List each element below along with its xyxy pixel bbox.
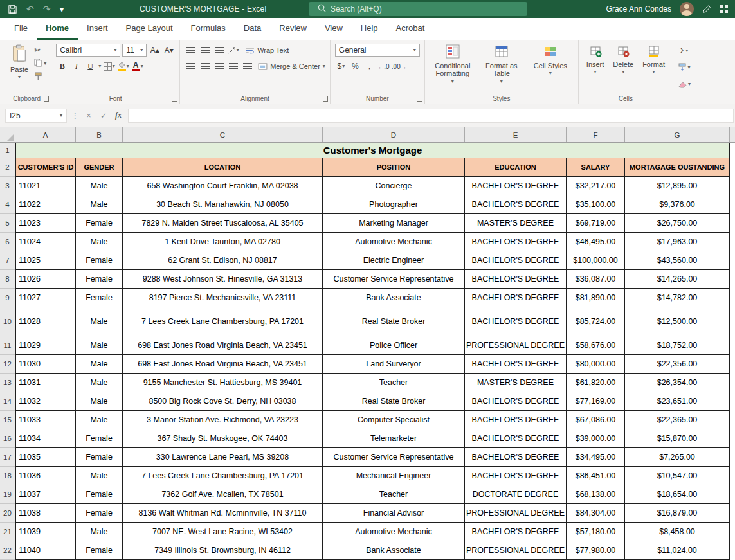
cell-D18[interactable]: Mechanical Engineer <box>323 467 465 485</box>
cell-A18[interactable]: 11036 <box>15 467 76 485</box>
underline-button[interactable]: U <box>84 60 96 73</box>
name-box[interactable]: I25 ▾ <box>5 109 67 123</box>
cell-A22[interactable]: 11040 <box>15 541 76 560</box>
alignment-dialog-launcher[interactable] <box>323 96 328 102</box>
cell-G2[interactable]: MORTAGAGE OUSTANDING <box>625 158 730 177</box>
increase-decimal-button[interactable]: ←.0 <box>377 60 390 73</box>
cell-E5[interactable]: MASTER'S DEGREE <box>465 214 567 233</box>
decrease-font-size-button[interactable]: A▾ <box>163 44 175 57</box>
tab-formulas[interactable]: Formulas <box>182 18 235 40</box>
cell-B13[interactable]: Male <box>76 374 123 392</box>
undo-icon[interactable]: ↶ <box>26 5 34 14</box>
cell-G19[interactable]: $18,654.00 <box>625 485 730 504</box>
increase-indent-button[interactable] <box>241 60 253 73</box>
cell-A15[interactable]: 11033 <box>15 411 76 429</box>
align-bottom-button[interactable] <box>213 44 225 57</box>
cell-F12[interactable]: $80,000.00 <box>567 355 625 374</box>
cell-F13[interactable]: $61,820.00 <box>567 374 625 392</box>
cell-F6[interactable]: $46,495.00 <box>567 233 625 251</box>
row-header-13[interactable]: 13 <box>0 374 15 392</box>
cell-C2[interactable]: LOCATION <box>123 158 323 177</box>
row-header-7[interactable]: 7 <box>0 251 15 270</box>
clipboard-dialog-launcher[interactable] <box>44 96 49 102</box>
row-header-1[interactable]: 1 <box>0 143 15 158</box>
select-all-button[interactable] <box>0 127 15 142</box>
cell-C16[interactable]: 367 Shady St. Muskogee, OK 74403 <box>123 429 323 448</box>
cell-F11[interactable]: $58,676.00 <box>567 336 625 355</box>
cell-G16[interactable]: $15,870.00 <box>625 429 730 448</box>
tab-data[interactable]: Data <box>235 18 270 40</box>
cell-G20[interactable]: $16,879.00 <box>625 504 730 523</box>
column-header-B[interactable]: B <box>76 127 123 142</box>
tab-insert[interactable]: Insert <box>78 18 117 40</box>
row-header-8[interactable]: 8 <box>0 270 15 289</box>
cell-E11[interactable]: PROFESSIONAL DEGREE <box>465 336 567 355</box>
cell-C15[interactable]: 3 Manor Station Ave. Richmond, VA 23223 <box>123 411 323 429</box>
cell-C7[interactable]: 62 Grant St. Edison, NJ 08817 <box>123 251 323 270</box>
cell-D8[interactable]: Customer Service Representative <box>323 270 465 289</box>
cell-B11[interactable]: Male <box>76 336 123 355</box>
cell-E10[interactable]: BACHELOR'S DEGREE <box>465 307 567 336</box>
cell-F20[interactable]: $84,304.00 <box>567 504 625 523</box>
cell-G13[interactable]: $26,354.00 <box>625 374 730 392</box>
cell-B3[interactable]: Male <box>76 177 123 195</box>
cell-E22[interactable]: PROFESSIONAL DEGREE <box>465 541 567 560</box>
cell-G12[interactable]: $22,356.00 <box>625 355 730 374</box>
cell-G5[interactable]: $26,750.00 <box>625 214 730 233</box>
cell-G17[interactable]: $7,265.00 <box>625 448 730 467</box>
cell-F9[interactable]: $81,890.00 <box>567 289 625 307</box>
merge-center-button[interactable]: Merge & Center ▾ <box>258 62 325 70</box>
cell-B5[interactable]: Female <box>76 214 123 233</box>
cell-sheet-title[interactable]: Customer's Mortgage <box>15 143 730 158</box>
row-header-10[interactable]: 10 <box>0 307 15 336</box>
cell-D22[interactable]: Bank Associate <box>323 541 465 560</box>
cell-A19[interactable]: 11037 <box>15 485 76 504</box>
cell-B2[interactable]: GENDER <box>76 158 123 177</box>
cell-styles-button[interactable]: Cell Styles ▾ <box>527 43 574 86</box>
cell-F14[interactable]: $77,169.00 <box>567 392 625 411</box>
cell-C11[interactable]: 698 East Jones Road Virginia Beach, VA 2… <box>123 336 323 355</box>
cell-E6[interactable]: BACHELOR'S DEGREE <box>465 233 567 251</box>
tab-acrobat[interactable]: Acrobat <box>387 18 434 40</box>
cell-G3[interactable]: $12,895.00 <box>625 177 730 195</box>
cell-A12[interactable]: 11030 <box>15 355 76 374</box>
cell-E7[interactable]: BACHELOR'S DEGREE <box>465 251 567 270</box>
insert-function-icon[interactable]: fx <box>113 111 123 120</box>
cell-G21[interactable]: $8,458.00 <box>625 523 730 541</box>
fill-color-button[interactable]: ▾ <box>117 60 129 73</box>
align-right-button[interactable] <box>213 60 225 73</box>
cell-D7[interactable]: Electric Engineer <box>323 251 465 270</box>
formula-bar-divider[interactable]: ⋮ <box>71 111 79 120</box>
cell-F2[interactable]: SALARY <box>567 158 625 177</box>
cell-B4[interactable]: Male <box>76 195 123 214</box>
cell-E17[interactable]: BACHELOR'S DEGREE <box>465 448 567 467</box>
copy-button[interactable]: ▾ <box>34 59 46 69</box>
cell-A7[interactable]: 11025 <box>15 251 76 270</box>
cell-F5[interactable]: $69,719.00 <box>567 214 625 233</box>
cell-A8[interactable]: 11026 <box>15 270 76 289</box>
row-header-9[interactable]: 9 <box>0 289 15 307</box>
comma-style-button[interactable]: , <box>363 60 376 73</box>
pen-mode-icon[interactable] <box>702 5 711 14</box>
cell-B7[interactable]: Female <box>76 251 123 270</box>
font-dialog-launcher[interactable] <box>172 96 177 102</box>
row-header-21[interactable]: 21 <box>0 523 15 541</box>
cell-C6[interactable]: 1 Kent Drive Taunton, MA 02780 <box>123 233 323 251</box>
cell-C14[interactable]: 8500 Big Rock Cove St. Derry, NH 03038 <box>123 392 323 411</box>
cell-A11[interactable]: 11029 <box>15 336 76 355</box>
orientation-button[interactable]: ▾ <box>227 44 239 57</box>
cell-C13[interactable]: 9155 Manchester St. Hattiesburg, MS 3940… <box>123 374 323 392</box>
cell-D12[interactable]: Land Surveryor <box>323 355 465 374</box>
cell-D10[interactable]: Real State Broker <box>323 307 465 336</box>
cell-F8[interactable]: $36,087.00 <box>567 270 625 289</box>
cell-E15[interactable]: BACHELOR'S DEGREE <box>465 411 567 429</box>
customize-toolbar-icon[interactable]: ▾ <box>59 5 64 14</box>
cell-G15[interactable]: $22,365.00 <box>625 411 730 429</box>
row-header-19[interactable]: 19 <box>0 485 15 504</box>
cell-A17[interactable]: 11035 <box>15 448 76 467</box>
cell-G8[interactable]: $14,265.00 <box>625 270 730 289</box>
cell-E13[interactable]: MASTER'S DEGREE <box>465 374 567 392</box>
cell-A21[interactable]: 11039 <box>15 523 76 541</box>
cell-B20[interactable]: Female <box>76 504 123 523</box>
cell-E4[interactable]: BACHELOR'S DEGREE <box>465 195 567 214</box>
